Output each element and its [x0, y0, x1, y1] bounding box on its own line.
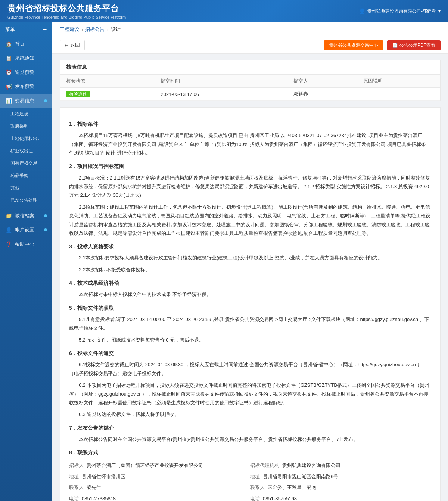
sidebar-sub-medicine[interactable]: 药品采购 — [0, 169, 52, 182]
sub-item-label: 工程建设 — [10, 111, 28, 117]
section-5-title: 5．招标文件的获取 — [69, 304, 431, 313]
contact-left-phone: 电话 0851-27385818 — [69, 494, 250, 501]
verify-col-time: 提交时间 — [155, 75, 287, 88]
sub-item-label: 土地使用权出让 — [10, 136, 42, 142]
contact-left-address-label: 地址 — [69, 472, 79, 481]
sidebar-item-notice[interactable]: 📋 系统通知 — [0, 51, 52, 65]
notice-icon: 📋 — [5, 55, 12, 61]
contact-person-row: 联系人 梁先生 联系人 宋金委、王秋星、梁艳 — [69, 483, 431, 492]
sidebar-item-label: 帐户设置 — [15, 227, 34, 233]
contact-right-address-label: 地址 — [250, 472, 260, 481]
sidebar-item-overdue[interactable]: ⏰ 逾期预警 — [0, 65, 52, 80]
sidebar-sub-state-equity[interactable]: 国有产权交易 — [0, 157, 52, 169]
breadcrumb-engineering[interactable]: 工程建设 — [60, 26, 79, 33]
sidebar-sub-other[interactable]: 其他 — [0, 182, 52, 194]
contact-right-person-label: 联系人 — [250, 483, 265, 492]
overdue-icon: ⏰ — [5, 69, 12, 75]
publish-icon: 📢 — [5, 84, 12, 90]
sidebar-item-label: 系统通知 — [15, 55, 34, 62]
sub-item-label: 已发公告处理 — [10, 197, 37, 203]
section-6-para-2: 6.3 逾期送达的投标文件，招标人将予以拒收。 — [69, 410, 431, 418]
section-6-title: 6．投标文件的递交 — [69, 349, 431, 358]
menu-hamburger-icon[interactable]: ☰ — [43, 27, 47, 32]
verify-col-reason: 原因说明 — [357, 75, 440, 88]
section-3-para-0: 2.2招标范围：建设工程范围内的设计工作，包含但不限于方案设计、初步设计(含工程… — [69, 203, 431, 238]
sidebar-item-trade[interactable]: 📊 交易信息 — [0, 94, 52, 108]
integrity-badge — [44, 214, 47, 217]
account-badge — [44, 228, 47, 231]
verify-col-status: 核验状态 — [60, 75, 155, 88]
sub-item-label: 其他 — [10, 185, 19, 191]
contact-section: 招标人 贵州茅台酒厂（集团）循环经济产业投资开发有限公司 招标代理机构 贵州弘典… — [69, 461, 431, 501]
verify-status-cell: 核验通过 — [60, 88, 155, 101]
verify-panel: 核验信息 核验状态 提交时间 提交人 原因说明 核验通过 2024-0 — [60, 60, 441, 101]
sidebar-sub-land-use[interactable]: 土地使用权出让 — [0, 133, 52, 145]
contact-right-phone-label: 电话 — [250, 494, 260, 501]
back-label: 返回 — [70, 42, 80, 49]
contact-phone-row: 电话 0851-27385818 电话 0851-85755198 — [69, 494, 431, 501]
trade-icon: 📊 — [5, 98, 12, 104]
sidebar-item-integrity[interactable]: 📁 诚信档案 — [0, 209, 52, 223]
sidebar-sub-mining[interactable]: 矿业权出让 — [0, 145, 52, 157]
pdf-view-button[interactable]: 📄 公告公示PDF查看 — [387, 40, 441, 50]
contact-left-person-label: 联系人 — [69, 483, 84, 492]
section-1-title: 1．招标条件 — [69, 119, 431, 129]
section-1-para-0: 本招标项目15万畜容槽场（8万吨有机肥生产项目配套设施）提质改造项目 已由 播州… — [69, 131, 431, 157]
site-subtitle: GuiZhou Province Tendering and Bidding P… — [7, 15, 126, 19]
sidebar-item-label: 帮助中心 — [15, 241, 34, 248]
contact-left-name-value: 贵州茅台酒厂（集团）循环经济产业投资开发有限公司 — [87, 461, 203, 470]
sidebar-item-publish[interactable]: 📢 发布预警 — [0, 80, 52, 94]
menu-label: 菜单 — [5, 26, 15, 33]
sidebar-sub-engineering[interactable]: 工程建设 — [0, 108, 52, 120]
sub-item-label: 国有产权交易 — [10, 160, 37, 167]
contact-address-row: 地址 贵州省仁怀市播州区 地址 贵州省贵阳市观山湖区金阳南路6号 — [69, 472, 431, 481]
sidebar-item-account[interactable]: 👤 帐户设置 — [0, 223, 52, 237]
contact-left-phone-label: 电话 — [69, 494, 79, 501]
section-4-para-0: 本次招标对未中标人投标文件中的技术成果 不给予经济补偿。 — [69, 290, 431, 299]
breadcrumb-design: 设计 — [111, 26, 121, 33]
user-icon: 👤 — [359, 8, 365, 14]
breadcrumb-notice[interactable]: 招标公告 — [85, 26, 105, 33]
contact-right-name-label: 招标代理机构 — [250, 461, 279, 470]
document-panel: 1．招标条件 本招标项目15万畜容槽场（8万吨有机肥生产项目配套设施）提质改造项… — [60, 107, 441, 501]
sidebar-sub-published[interactable]: 已发公告处理 — [0, 194, 52, 206]
sidebar-item-label: 首页 — [15, 41, 25, 47]
contact-name-row: 招标人 贵州茅台酒厂（集团）循环经济产业投资开发有限公司 招标代理机构 贵州弘典… — [69, 461, 431, 470]
breadcrumb: 工程建设 › 招标公告 › 设计 — [52, 22, 448, 37]
section-3-title: 3．投标人资格要求 — [69, 242, 431, 251]
exchange-center-button[interactable]: 贵州省公共资源交易中心 — [324, 40, 383, 50]
back-button[interactable]: ↩ 返回 — [60, 40, 85, 50]
contact-left-person-value: 梁先生 — [87, 483, 101, 492]
contact-left-address-value: 贵州省仁怀市播州区 — [82, 472, 125, 481]
header-user-area: 👤 贵州弘典建设咨询有限公司-邓廷春 ▾ — [359, 8, 441, 15]
contact-right-phone: 电话 0851-85755198 — [250, 494, 431, 501]
contact-left-name: 招标人 贵州茅台酒厂（集团）循环经济产业投资开发有限公司 — [69, 461, 250, 470]
verify-submitter-cell: 邓廷春 — [287, 88, 357, 101]
menu-toggle[interactable]: 菜单 ☰ — [0, 22, 52, 37]
table-row: 核验通过 2024-03-13 17:06 邓廷春 — [60, 88, 440, 101]
pdf-label: 公告公示PDF查看 — [399, 42, 435, 49]
section-2-para-0: 2.1项目概况：2.1.1对既有15万畜容槽场进行结构加固改造(含新建钢筋混凝土… — [69, 174, 431, 200]
sub-item-label: 药品采购 — [10, 172, 28, 179]
sidebar-item-help[interactable]: ❓ 帮助中心 — [0, 237, 52, 251]
sidebar-sub-gov-purchase[interactable]: 政府采购 — [0, 120, 52, 133]
account-icon: 👤 — [5, 227, 12, 233]
sub-item-label: 政府采购 — [10, 123, 28, 130]
section-2-title: 2．项目概况与招标范围 — [69, 162, 431, 171]
content-area: 核验信息 核验状态 提交时间 提交人 原因说明 核验通过 2024-0 — [52, 54, 448, 501]
toolbar: ↩ 返回 贵州省公共资源交易中心 📄 公告公示PDF查看 — [52, 37, 448, 54]
contact-right-phone-value: 0851-85755198 — [263, 494, 297, 501]
site-title: 贵州省招标投标公共服务平台 — [7, 3, 126, 14]
section-3-para-0: 3.1本次招标要求投标人须具备建设行政主管部门核发的建筑行业(建筑工程)设计甲级… — [69, 253, 431, 262]
home-icon: 🏠 — [5, 41, 12, 47]
section-6-para-1: 6.2 本项目为电子招标远程开标项目，投标人须在递交投标文件截止时间前完整的将加… — [69, 381, 431, 407]
section-5-para-1: 5.2 招标文件、图纸或技术资料每套售价 0 元，售后不退。 — [69, 336, 431, 344]
verify-table: 核验状态 提交时间 提交人 原因说明 核验通过 2024-03-13 17:06… — [60, 75, 440, 101]
contact-right-name-value: 贵州弘典建设咨询有限公司 — [282, 461, 340, 470]
verify-time-cell: 2024-03-13 17:06 — [155, 88, 287, 101]
sidebar-item-label: 发布预警 — [15, 83, 34, 90]
pdf-icon: 📄 — [392, 43, 398, 48]
sidebar-item-home[interactable]: 🏠 首页 — [0, 37, 52, 51]
dropdown-icon[interactable]: ▾ — [438, 9, 441, 14]
integrity-icon: 📁 — [5, 213, 12, 219]
